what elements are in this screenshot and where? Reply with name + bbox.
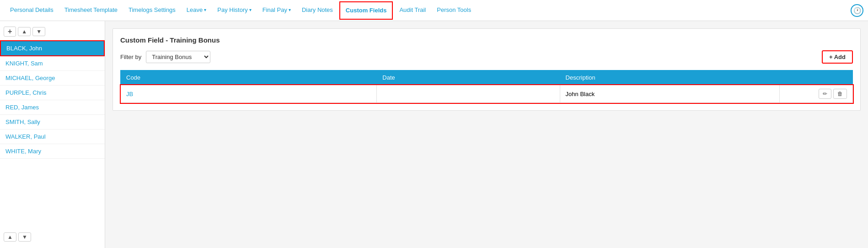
sidebar-item-black-john[interactable]: BLACK, John (0, 40, 105, 56)
nav-diary-notes[interactable]: Diary Notes (296, 0, 338, 21)
sidebar-item-smith-sally[interactable]: SMITH, Sally (0, 115, 105, 129)
nav-timelogs-settings[interactable]: Timelogs Settings (123, 0, 181, 21)
top-nav: Personal Details Timesheet Template Time… (0, 0, 868, 21)
delete-button[interactable]: 🗑 (833, 89, 847, 99)
final-pay-dropdown-arrow: ▾ (289, 7, 291, 12)
column-header-code: Code (121, 70, 377, 85)
nav-audit-trail[interactable]: Audit Trail (394, 0, 431, 21)
sidebar: + ▲ ▼ BLACK, John KNIGHT, Sam MICHAEL, G… (0, 21, 105, 248)
nav-custom-fields[interactable]: Custom Fields (339, 1, 393, 20)
sidebar-add-button[interactable]: + (4, 27, 16, 37)
cell-code: JB (121, 85, 377, 103)
filter-row: Filter by Training Bonus Other Field + A… (120, 50, 853, 64)
table-header-row: Code Date Description (121, 70, 853, 85)
filter-select[interactable]: Training Bonus Other Field (146, 51, 210, 63)
row-actions: ✏ 🗑 (785, 89, 847, 99)
content-panel: Custom Field - Training Bonus Filter by … (113, 28, 861, 111)
cell-date (377, 85, 560, 103)
sidebar-bottom-down-button[interactable]: ▼ (18, 232, 31, 242)
nav-personal-details[interactable]: Personal Details (5, 0, 59, 21)
add-button[interactable]: + Add (822, 50, 853, 64)
cell-description: John Black (560, 85, 779, 103)
sidebar-item-walker-paul[interactable]: WALKER, Paul (0, 129, 105, 144)
column-header-actions (779, 70, 852, 85)
pay-history-dropdown-arrow: ▾ (249, 7, 252, 12)
edit-button[interactable]: ✏ (819, 89, 831, 99)
table-row: JB John Black ✏ 🗑 (121, 85, 853, 103)
nav-final-pay[interactable]: Final Pay ▾ (257, 0, 296, 21)
sidebar-controls: + ▲ ▼ (0, 25, 105, 40)
main-layout: + ▲ ▼ BLACK, John KNIGHT, Sam MICHAEL, G… (0, 21, 868, 248)
sidebar-item-knight-sam[interactable]: KNIGHT, Sam (0, 56, 105, 71)
filter-label: Filter by (120, 54, 141, 60)
sidebar-item-red-james[interactable]: RED, James (0, 100, 105, 115)
sidebar-bottom-up-button[interactable]: ▲ (4, 232, 16, 242)
column-header-description: Description (560, 70, 779, 85)
nav-timesheet-template[interactable]: Timesheet Template (59, 0, 123, 21)
sidebar-list: BLACK, John KNIGHT, Sam MICHAEL, George … (0, 40, 105, 230)
cell-actions: ✏ 🗑 (779, 85, 852, 103)
leave-dropdown-arrow: ▾ (204, 7, 206, 12)
clock-icon[interactable]: 🕐 (851, 4, 863, 17)
panel-title: Custom Field - Training Bonus (120, 36, 853, 44)
sidebar-down-button[interactable]: ▼ (32, 27, 45, 36)
column-header-date: Date (377, 70, 560, 85)
nav-person-tools[interactable]: Person Tools (431, 0, 477, 21)
sidebar-up-button[interactable]: ▲ (18, 27, 31, 36)
nav-leave[interactable]: Leave ▾ (181, 0, 212, 21)
sidebar-bottom-controls: ▲ ▼ (0, 230, 105, 244)
sidebar-item-michael-george[interactable]: MICHAEL, George (0, 71, 105, 86)
sidebar-item-purple-chris[interactable]: PURPLE, Chris (0, 86, 105, 100)
nav-pay-history[interactable]: Pay History ▾ (212, 0, 257, 21)
data-table: Code Date Description JB John Black ✏ (120, 70, 853, 103)
content-area: Custom Field - Training Bonus Filter by … (105, 21, 868, 248)
sidebar-item-white-mary[interactable]: WHITE, Mary (0, 144, 105, 159)
